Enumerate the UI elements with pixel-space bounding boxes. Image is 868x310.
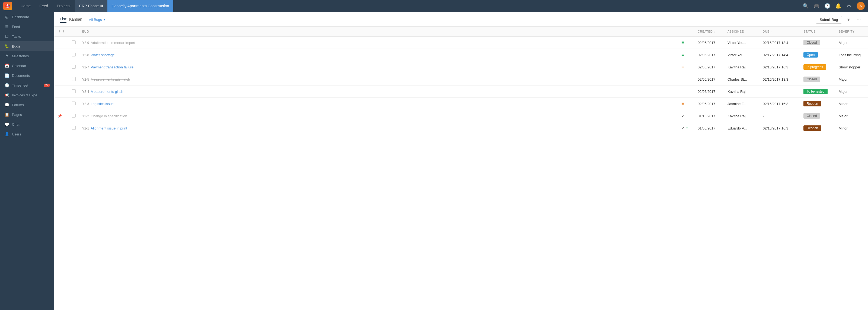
row-status-cell: Open — [800, 49, 835, 61]
lines-orange-icon: ≡ — [681, 101, 684, 106]
main-content: List Kanban - All Bugs ▼ Submit Bug ▼ ⋯ … — [54, 12, 868, 310]
tab-list[interactable]: List — [60, 17, 66, 23]
table-row: Y2-8Water shortage≡02/06/2017Victor You.… — [54, 49, 868, 61]
row-status-cell: Closed — [800, 37, 835, 49]
nav-feed[interactable]: Feed — [35, 0, 52, 12]
bell-icon[interactable]: 🔔 — [835, 3, 841, 9]
sidebar-item-forums[interactable]: 💬 Forums — [0, 100, 54, 110]
due-sort-icon: ↑ — [770, 30, 772, 33]
bugs-icon: 🐛 — [4, 44, 9, 48]
col-header-created[interactable]: CREATED ↓ — [694, 27, 724, 37]
filter-dropdown[interactable]: All Bugs ▼ — [89, 18, 106, 22]
sidebar-item-documents[interactable]: 📄 Documents — [0, 71, 54, 80]
sidebar-item-tasks[interactable]: ☑ Tasks — [0, 31, 54, 41]
filter-icon-button[interactable]: ▼ — [845, 16, 852, 23]
row-checkbox[interactable] — [72, 102, 76, 105]
lines-green-icon: ≡ — [686, 126, 688, 130]
app-logo[interactable]: 🎯 — [3, 2, 12, 10]
bug-title-link[interactable]: Water shortage — [91, 53, 115, 57]
row-due: - — [760, 85, 800, 98]
top-nav-right: 🔍 🎮 🕐 🔔 ✂ A — [802, 2, 865, 10]
row-assignee: Jasmine F... — [724, 98, 760, 110]
toolbar: List Kanban - All Bugs ▼ Submit Bug ▼ ⋯ — [54, 12, 868, 27]
bug-title-link[interactable]: Logistics issue — [91, 102, 114, 106]
top-nav-items: Home Feed Projects ERP Phase III Donnell… — [16, 0, 802, 12]
nav-projects[interactable]: Projects — [52, 0, 75, 12]
sidebar-item-label: Milestones — [12, 54, 29, 58]
col-header-status[interactable]: STATUS — [800, 27, 835, 37]
sidebar-item-label: Pages — [12, 113, 22, 117]
row-icons-cell: ✓ — [678, 110, 694, 122]
avatar[interactable]: A — [857, 2, 865, 10]
sidebar-item-users[interactable]: 👤 Users — [0, 129, 54, 139]
sidebar-item-timesheet[interactable]: 🕐 Timesheet 29 — [0, 80, 54, 90]
bug-title-link[interactable]: Measurements glitch — [91, 90, 123, 94]
documents-icon: 📄 — [4, 73, 9, 78]
row-created: 01/10/2017 — [694, 110, 724, 122]
row-checkbox[interactable] — [72, 53, 76, 56]
sidebar-item-pages[interactable]: 📋 Pages — [0, 110, 54, 119]
row-checkbox[interactable] — [72, 114, 76, 117]
bug-table-body: Y2-9Adulteration in mortar import≡02/06/… — [54, 37, 868, 134]
sidebar-item-label: Calendar — [12, 64, 26, 68]
search-icon[interactable]: 🔍 — [802, 3, 809, 9]
sidebar-item-label: Tasks — [12, 34, 21, 38]
sidebar-item-milestones[interactable]: ⚑ Milestones — [0, 51, 54, 61]
row-pin — [54, 85, 69, 98]
row-pin — [54, 61, 69, 73]
sidebar-item-bugs[interactable]: 🐛 Bugs — [0, 41, 54, 51]
bug-id: Y2-8 — [82, 53, 89, 57]
gamepad-icon[interactable]: 🎮 — [813, 3, 820, 9]
bug-id: Y2-9 — [82, 41, 89, 45]
pin-icon: 📌 — [58, 114, 62, 118]
lines-orange-icon: ≡ — [681, 65, 684, 69]
col-header-bug[interactable]: BUG — [79, 27, 678, 37]
clock-icon[interactable]: 🕐 — [824, 3, 831, 9]
row-pin — [54, 37, 69, 49]
calendar-icon: 📅 — [4, 63, 9, 68]
row-bug-title-cell: Y2-1Alignment issue in print — [79, 122, 678, 134]
row-checkbox-cell — [69, 98, 79, 110]
row-checkbox[interactable] — [72, 126, 76, 130]
sidebar-item-label: Feed — [12, 25, 20, 29]
row-bug-title-cell: Y2-2Change in specification — [79, 110, 678, 122]
feed-icon: ☰ — [4, 24, 9, 29]
nav-project-active[interactable]: Donnelly Apartments Construction — [107, 0, 174, 12]
sidebar-item-label: Bugs — [12, 44, 20, 48]
row-checkbox[interactable] — [72, 77, 76, 81]
row-checkbox-cell — [69, 61, 79, 73]
table-row: Y2-9Adulteration in mortar import≡02/06/… — [54, 37, 868, 49]
row-icons-cell: ≡ — [678, 37, 694, 49]
row-checkbox[interactable] — [72, 40, 76, 44]
col-header-due[interactable]: DUE ↑ — [760, 27, 800, 37]
sidebar-item-chat[interactable]: 💬 Chat — [0, 119, 54, 129]
row-severity: Minor — [835, 122, 868, 134]
col-header-assignee[interactable]: ASSIGNEE — [724, 27, 760, 37]
nav-home[interactable]: Home — [16, 0, 35, 12]
sidebar-item-feed[interactable]: ☰ Feed — [0, 22, 54, 31]
row-bug-title-cell: Y2-3Logistics issue — [79, 98, 678, 110]
sidebar-item-dashboard[interactable]: ◎ Dashboard — [0, 12, 54, 22]
sidebar-item-invoices[interactable]: 📢 Invoices & Expe... — [0, 90, 54, 100]
nav-erp[interactable]: ERP Phase III — [75, 0, 107, 12]
bug-title: Change in specification — [91, 114, 127, 118]
row-checkbox[interactable] — [72, 89, 76, 93]
status-badge: Closed — [803, 40, 820, 45]
row-assignee: Victor You... — [724, 37, 760, 49]
row-status-cell: Reopen — [800, 122, 835, 134]
submit-bug-button[interactable]: Submit Bug — [816, 16, 842, 24]
bug-title-link[interactable]: Alignment issue in print — [91, 126, 127, 130]
row-checkbox-cell — [69, 122, 79, 134]
status-badge: To be tested — [803, 89, 828, 94]
settings-icon[interactable]: ✂ — [846, 3, 852, 9]
col-header-check2 — [69, 27, 79, 37]
status-badge: Reopen — [803, 125, 822, 131]
tab-kanban[interactable]: Kanban — [69, 17, 82, 23]
col-header-severity[interactable]: SEVERITY — [835, 27, 868, 37]
row-assignee: Kavitha Raj — [724, 110, 760, 122]
bug-title-link[interactable]: Payment transaction failure — [91, 65, 133, 69]
row-checkbox[interactable] — [72, 65, 76, 69]
more-options-button[interactable]: ⋯ — [855, 16, 863, 23]
sidebar-item-calendar[interactable]: 📅 Calendar — [0, 61, 54, 71]
bug-id: Y2-3 — [82, 102, 89, 106]
